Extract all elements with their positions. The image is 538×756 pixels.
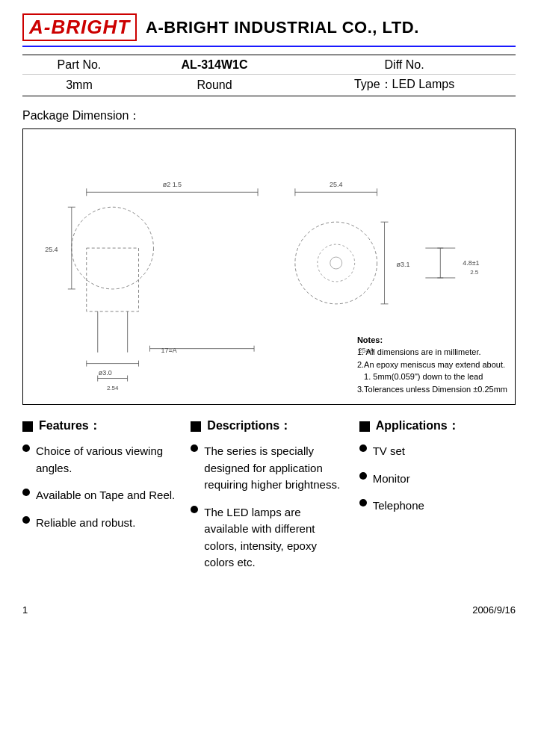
- svg-text:2.54: 2.54: [107, 385, 119, 391]
- svg-point-21: [318, 244, 355, 282]
- feature-item-2: Available on Tape and Reel.: [22, 487, 179, 504]
- notes-line-4: 3.Tolerances unless Dimension ±0.25mm: [357, 383, 507, 396]
- logo-box: A-BRIGHT: [22, 13, 137, 41]
- feature-text-1: Choice of various viewing angles.: [36, 443, 179, 477]
- bullet-icon: [22, 444, 30, 452]
- descriptions-header: Descriptions：: [191, 418, 347, 434]
- notes-title: Notes:: [357, 334, 507, 347]
- bullet-icon: [22, 489, 30, 496]
- svg-text:4.8±1: 4.8±1: [463, 259, 479, 267]
- svg-text:ø2 1.5: ø2 1.5: [163, 181, 182, 188]
- svg-text:2.5: 2.5: [470, 269, 479, 276]
- svg-rect-1: [87, 248, 139, 312]
- features-header: Features：: [22, 418, 179, 434]
- descriptions-bullet-icon: [191, 421, 201, 432]
- svg-text:25.4: 25.4: [45, 246, 58, 253]
- applications-header: Applications：: [359, 418, 516, 434]
- svg-point-20: [295, 222, 377, 304]
- svg-text:17=A: 17=A: [161, 347, 176, 354]
- footer-date: 2006/9/16: [472, 604, 516, 616]
- bullet-icon: [359, 444, 367, 452]
- bullet-icon: [191, 506, 198, 513]
- applications-column: Applications： TV set Monitor Telephone: [353, 418, 516, 582]
- application-text-3: Telephone: [373, 498, 516, 515]
- features-column: Features： Choice of various viewing angl…: [22, 418, 185, 582]
- footer: 1 2006/9/16: [22, 604, 516, 616]
- applications-bullet-icon: [359, 421, 370, 432]
- part-no-value: AL-314W1C: [136, 55, 293, 75]
- notes-line-3: 1. 5mm(0.059") down to the lead: [357, 371, 507, 383]
- logo-text: A-BRIGHT: [22, 13, 137, 41]
- svg-text:25.4: 25.4: [330, 181, 342, 188]
- application-item-1: TV set: [359, 443, 516, 460]
- description-item-2: The LED lamps are available with differe…: [191, 504, 347, 571]
- page-number: 1: [22, 604, 28, 616]
- bullet-icon: [22, 516, 30, 524]
- part-info-table: Part No. AL-314W1C Diff No. 3mm Round Ty…: [22, 55, 516, 96]
- application-item-2: Monitor: [359, 471, 516, 488]
- application-text-2: Monitor: [373, 471, 516, 488]
- header: A-BRIGHT A-BRIGHT INDUSTRIAL CO., LTD.: [22, 13, 516, 47]
- description-text-2: The LED lamps are available with differe…: [204, 504, 347, 571]
- part-no-label: Part No.: [22, 55, 136, 75]
- feature-item-3: Reliable and robust.: [22, 515, 179, 532]
- feature-item-1: Choice of various viewing angles.: [22, 443, 179, 477]
- notes-block: Notes: 1. All dimensions are in millimet…: [357, 334, 507, 396]
- company-name: A-BRIGHT INDUSTRIAL CO., LTD.: [146, 18, 419, 37]
- notes-line-2: 2.An epoxy meniscus may extend about.: [357, 359, 507, 371]
- application-item-3: Telephone: [359, 498, 516, 515]
- notes-line-1: 1. All dimensions are in millimeter.: [357, 346, 507, 359]
- info-section: Features： Choice of various viewing angl…: [22, 418, 516, 582]
- descriptions-column: Descriptions： The series is specially de…: [185, 418, 353, 582]
- type-value: Type：LED Lamps: [293, 75, 516, 96]
- size-value: 3mm: [22, 75, 136, 96]
- bullet-icon: [359, 499, 367, 506]
- svg-text:ø3.1: ø3.1: [396, 261, 409, 268]
- feature-text-3: Reliable and robust.: [36, 515, 179, 532]
- bullet-icon: [359, 472, 367, 480]
- description-item-1: The series is specially designed for app…: [191, 443, 347, 494]
- features-bullet-icon: [22, 421, 33, 432]
- application-text-1: TV set: [373, 443, 516, 460]
- dimension-box: ø3.0 ø2 1.5 25.4 2.54 ø3.1 25.4: [22, 128, 516, 405]
- svg-text:ø3.0: ø3.0: [99, 369, 112, 377]
- bullet-icon: [191, 444, 198, 452]
- shape-value: Round: [136, 75, 293, 96]
- diff-no-label: Diff No.: [293, 55, 516, 75]
- package-label: Package Dimension：: [22, 108, 516, 124]
- feature-text-2: Available on Tape and Reel.: [36, 487, 179, 504]
- description-text-1: The series is specially designed for app…: [204, 443, 347, 494]
- svg-point-22: [330, 257, 342, 269]
